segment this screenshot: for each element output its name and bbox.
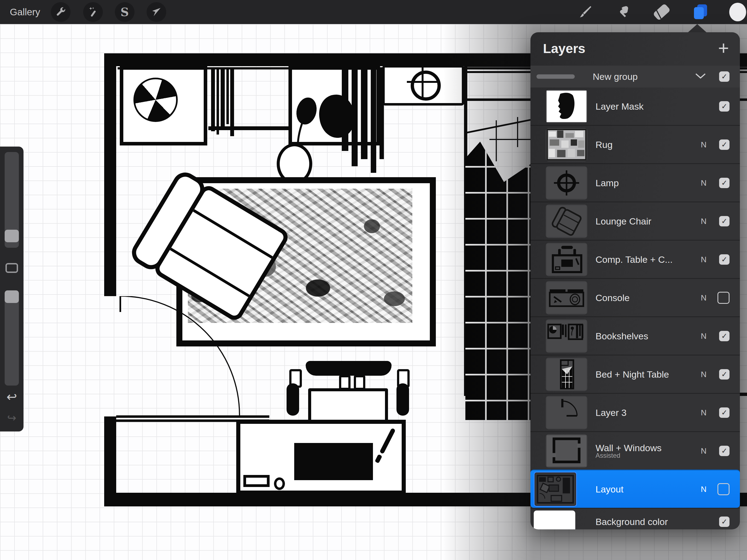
desk-chair-post-1 [339, 375, 351, 390]
blend-mode-badge[interactable]: N [701, 446, 706, 455]
layer-visibility-checkbox[interactable]: ✓ [719, 369, 729, 380]
layer-name: Lamp [595, 177, 619, 188]
layer-row-layer-mask[interactable]: Layer Mask✓ [531, 87, 740, 125]
layer-row-lounge-chair[interactable]: Lounge ChairN✓ [531, 202, 740, 240]
blend-mode-badge[interactable]: N [701, 408, 706, 417]
computer-table-thumbnail[interactable] [546, 243, 587, 276]
brush-opacity-slider[interactable] [5, 290, 19, 385]
layer-row-rug[interactable]: RugN✓ [531, 125, 740, 163]
gallery-button[interactable]: Gallery [10, 6, 40, 18]
smudge-finger-icon [616, 5, 631, 19]
eraser-button[interactable] [653, 3, 670, 21]
door-arc [120, 296, 240, 417]
selection-button[interactable]: S [115, 2, 134, 22]
procreate-app: ↩ ↪ Gallery S [0, 0, 747, 560]
desk-mouse [274, 478, 285, 490]
layer-visibility-checkbox[interactable]: ✓ [719, 407, 729, 418]
bed-thumbnail[interactable] [546, 358, 587, 391]
redo-button[interactable]: ↪ [0, 412, 24, 423]
layer-visibility-checkbox[interactable]: ✓ [719, 178, 729, 188]
group-visibility-checkbox[interactable]: ✓ [719, 71, 729, 82]
brush-opacity-handle[interactable] [5, 290, 19, 303]
layer-name: Bed + Night Table [595, 369, 669, 380]
desk-chair-armrest-left [287, 383, 299, 416]
layer-name: Layer Mask [595, 101, 644, 111]
layers-button[interactable] [692, 3, 709, 21]
magic-wand-icon [87, 6, 98, 18]
layer-row-layout[interactable]: LayoutN [531, 469, 740, 508]
layer-visibility-checkbox[interactable]: ✓ [719, 254, 729, 265]
color-button[interactable] [729, 3, 746, 21]
layers-icon [693, 4, 708, 20]
brush-size-handle[interactable] [5, 230, 19, 242]
modify-button[interactable] [5, 263, 18, 273]
blend-mode-badge[interactable]: N [701, 255, 706, 264]
layer-name: Comp. Table + C... [595, 254, 673, 265]
desk-tablet [294, 443, 373, 480]
chevron-down-icon[interactable] [695, 73, 706, 80]
layer-group-row[interactable]: New group ✓ [531, 66, 740, 87]
add-layer-button[interactable]: + [718, 37, 729, 58]
layer-rows: New group ✓ Layer Mask✓RugN✓LampN✓Lounge… [531, 66, 740, 529]
lamp-symbol-vline [422, 66, 423, 98]
blend-mode-badge[interactable]: N [701, 370, 706, 379]
layer-row-layer-3[interactable]: Layer 3N✓ [531, 393, 740, 431]
sidebar-sliders: ↩ ↪ [0, 147, 24, 432]
desk-chair-post-2 [354, 375, 365, 390]
background-visibility-checkbox[interactable]: ✓ [719, 516, 729, 527]
transform-button[interactable] [147, 2, 166, 22]
actions-button[interactable] [51, 2, 71, 22]
bookshelves-thumbnail[interactable] [546, 320, 587, 353]
layer-name: Rug [595, 139, 613, 150]
door-arc-thumbnail[interactable] [546, 396, 587, 429]
layer-visibility-checkbox[interactable]: ✓ [719, 101, 729, 111]
books-right [342, 69, 386, 167]
layer-name: Bookshelves [595, 331, 648, 341]
console-thumbnail[interactable] [546, 281, 587, 314]
blend-mode-badge[interactable]: N [701, 140, 706, 149]
blend-mode-badge[interactable]: N [701, 217, 706, 226]
smudge-button[interactable] [615, 3, 632, 21]
background-color-swatch[interactable] [534, 510, 575, 529]
eraser-icon [653, 3, 671, 21]
layer-row-comp-table-c[interactable]: Comp. Table + C...N✓ [531, 240, 740, 278]
layer-visibility-checkbox[interactable]: ✓ [719, 139, 729, 150]
rug-texture-thumbnail[interactable] [546, 128, 587, 161]
panel-caret [687, 24, 707, 33]
blend-mode-badge[interactable]: N [701, 293, 706, 302]
layer-visibility-checkbox[interactable] [718, 292, 729, 304]
undo-button[interactable]: ↩ [0, 390, 24, 403]
books-vertical [211, 68, 234, 136]
group-label: New group [531, 71, 700, 82]
lamp-symbol-ring [411, 71, 441, 101]
layer-visibility-checkbox[interactable]: ✓ [719, 446, 729, 456]
background-color-row[interactable]: Background color✓ [531, 508, 740, 529]
wall-left-lower [104, 416, 116, 496]
layer-row-console[interactable]: ConsoleN [531, 278, 740, 316]
layer-row-lamp[interactable]: LampN✓ [531, 163, 740, 202]
blend-mode-badge[interactable]: N [701, 485, 706, 493]
desk-chair-backrest [306, 361, 391, 376]
brush-button[interactable] [576, 3, 594, 21]
blend-mode-badge[interactable]: N [701, 178, 706, 187]
layer-name: Layer 3 [595, 407, 626, 418]
blend-mode-badge[interactable]: N [701, 331, 706, 340]
lamp-crosshair-thumbnail[interactable] [546, 166, 587, 200]
layer-visibility-checkbox[interactable]: ✓ [719, 331, 729, 341]
wall-left-upper [104, 53, 116, 296]
layer-row-bookshelves[interactable]: BookshelvesN✓ [531, 316, 740, 355]
layers-panel: Layers + New group ✓ Layer Mask✓RugN✓Lam… [531, 32, 740, 529]
layer-row-wall-windows[interactable]: Wall + WindowsAssistedN✓ [531, 431, 740, 469]
transform-arrow-icon [151, 6, 162, 18]
lounge-chair-thumbnail[interactable] [546, 205, 587, 238]
adjustments-button[interactable] [83, 2, 103, 22]
layer-visibility-checkbox[interactable]: ✓ [719, 216, 729, 226]
layout-plan-thumbnail[interactable] [534, 472, 577, 507]
walls-thumbnail[interactable] [546, 434, 587, 467]
layer-row-bed-night-table[interactable]: Bed + Night TableN✓ [531, 355, 740, 393]
beach-ball [133, 78, 178, 122]
color-swatch-icon [729, 3, 746, 21]
layer-name: Console [595, 292, 630, 303]
mask-blob-thumbnail[interactable] [546, 90, 587, 123]
layer-visibility-checkbox[interactable] [718, 483, 729, 495]
